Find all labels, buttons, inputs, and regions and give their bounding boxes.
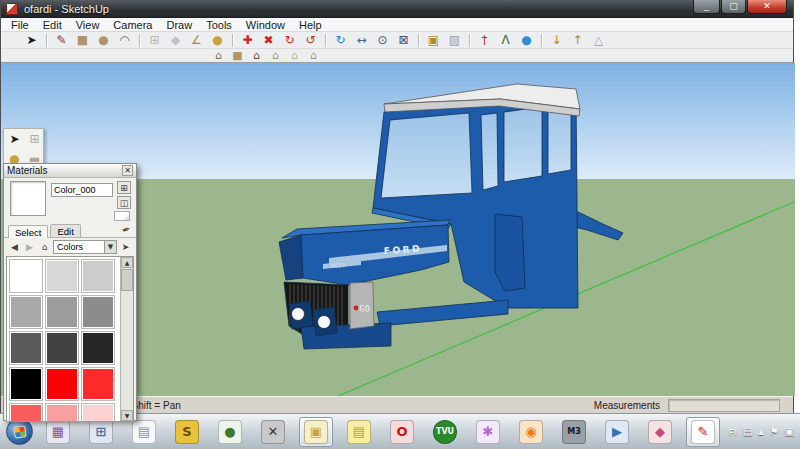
menu-tools[interactable]: Tools [199, 18, 239, 32]
taskbar-sketchup[interactable]: ✎ [686, 417, 720, 447]
taskbar-gold-app[interactable]: S [170, 417, 204, 447]
offset-tool[interactable]: ↺ [300, 33, 321, 48]
color-swatch[interactable] [81, 259, 115, 293]
forward-arrow-button[interactable]: ▶ [23, 241, 36, 254]
menu-camera[interactable]: Camera [106, 18, 159, 32]
menu-help[interactable]: Help [292, 18, 329, 32]
taskbar-blender[interactable]: ◉ [514, 417, 548, 447]
arc-tool[interactable]: ◠ [114, 33, 135, 48]
circle-tool[interactable]: ● [93, 33, 114, 48]
pan-tool[interactable]: ↔ [351, 33, 372, 48]
share-models-icon[interactable]: ↑ [567, 33, 588, 48]
color-swatch[interactable] [81, 367, 115, 401]
titlebar[interactable]: ofardi - SketchUp _ ▢ ✕ [1, 0, 793, 18]
scroll-up-button[interactable]: ▲ [121, 257, 133, 268]
taskbar-tvu-player[interactable]: TVU [428, 417, 462, 447]
materials-panel-titlebar[interactable]: Materials ✕ [4, 164, 136, 178]
swatch-scrollbar[interactable]: ▲ ▼ [120, 257, 133, 421]
taskbar-explorer[interactable]: ▣ [299, 417, 333, 447]
back-view[interactable]: ⌂ [285, 49, 304, 62]
tab-select[interactable]: Select [8, 225, 48, 238]
follow-me-tool[interactable]: ◆ [165, 33, 186, 48]
tape-measure-tool[interactable]: ∠ [186, 33, 207, 48]
left-view[interactable]: ⌂ [304, 49, 323, 62]
color-swatch[interactable] [45, 259, 79, 293]
taskbar-sticky-notes[interactable]: ▤ [342, 417, 376, 447]
top-view[interactable]: ■ [228, 49, 247, 62]
color-swatch[interactable] [9, 403, 43, 422]
taskbar-guns-app[interactable]: ✕ [256, 417, 290, 447]
in-model-button[interactable]: ⌂ [38, 241, 51, 254]
menu-file[interactable]: File [4, 18, 36, 32]
zoom-extents-tool[interactable]: ⊠ [393, 33, 414, 48]
taskbar-paint[interactable]: ✱ [471, 417, 505, 447]
rectangle-tool[interactable]: ■ [72, 33, 93, 48]
scroll-thumb[interactable] [121, 269, 133, 291]
collections-dropdown[interactable]: Colors ▼ [53, 240, 117, 254]
sample-paint-icon[interactable]: ✒ [120, 223, 132, 236]
taskbar-photo-app[interactable]: ◆ [643, 417, 677, 447]
make-component-tool[interactable]: ⊞ [25, 130, 44, 149]
color-swatch[interactable] [45, 403, 79, 422]
select-tool[interactable]: ➤ [21, 33, 42, 48]
tray-device-icon[interactable]: ▤ [743, 426, 752, 437]
material-name-input[interactable] [51, 183, 113, 197]
color-swatch[interactable] [45, 295, 79, 329]
line-tool[interactable]: ✎ [51, 33, 72, 48]
zoom-tool[interactable]: ⊙ [372, 33, 393, 48]
start-button[interactable] [6, 418, 33, 445]
get-current-view-icon[interactable]: ▣ [423, 33, 444, 48]
get-models-icon[interactable]: ↓ [546, 33, 567, 48]
measurements-box[interactable] [668, 399, 780, 412]
hidden-icons-button[interactable]: ▴ [758, 426, 763, 437]
color-swatch[interactable] [81, 403, 115, 422]
photo-textures-icon[interactable]: ▨ [444, 33, 465, 48]
taskbar-bmw-m3[interactable]: M3 [557, 417, 591, 447]
color-swatch[interactable] [9, 367, 43, 401]
back-arrow-button[interactable]: ◀ [8, 241, 21, 254]
dropdown-arrow-icon[interactable]: ▼ [104, 241, 116, 253]
menu-window[interactable]: Window [239, 18, 292, 32]
color-swatch[interactable] [45, 331, 79, 365]
minimize-button[interactable]: _ [693, 0, 720, 14]
secondary-pane-button[interactable]: ◫ [117, 196, 131, 209]
menu-view[interactable]: View [69, 18, 107, 32]
create-material-button[interactable]: ⊞ [117, 181, 131, 194]
menu-edit[interactable]: Edit [36, 18, 69, 32]
select-tool[interactable]: ➤ [5, 130, 24, 149]
network-icon[interactable]: ▣ [784, 426, 793, 437]
details-arrow-button[interactable]: ➤ [119, 241, 132, 254]
materials-close-button[interactable]: ✕ [122, 165, 133, 176]
color-swatch[interactable] [9, 259, 43, 293]
front-view[interactable]: ⌂ [247, 49, 266, 62]
push-pull-tool[interactable]: ⊞ [144, 33, 165, 48]
taskbar-tractor-game[interactable]: ● [213, 417, 247, 447]
menu-draw[interactable]: Draw [159, 18, 199, 32]
back-material-swatch[interactable] [114, 211, 130, 221]
color-swatch[interactable] [81, 295, 115, 329]
taskbar-movie-editor[interactable]: ▶ [600, 417, 634, 447]
close-button[interactable]: ✕ [747, 0, 787, 14]
scroll-down-button[interactable]: ▼ [121, 410, 133, 421]
right-view[interactable]: ⌂ [266, 49, 285, 62]
walk-tool[interactable]: Λ [495, 33, 516, 48]
language-indicator[interactable]: FI [729, 427, 737, 437]
scale-tool[interactable]: ✖ [258, 33, 279, 48]
action-center-icon[interactable]: ⚑ [769, 426, 778, 437]
color-swatch[interactable] [81, 331, 115, 365]
google-earth-icon[interactable]: ● [516, 33, 537, 48]
move-tool[interactable]: ✚ [237, 33, 258, 48]
taskbar-opera[interactable]: O [385, 417, 419, 447]
position-camera-tool[interactable]: † [474, 33, 495, 48]
tab-edit[interactable]: Edit [50, 224, 80, 237]
color-swatch[interactable] [9, 331, 43, 365]
paint-bucket-tool[interactable]: ● [207, 33, 228, 48]
maximize-button[interactable]: ▢ [721, 0, 746, 14]
color-swatch[interactable] [9, 295, 43, 329]
iso-view[interactable]: ⌂ [209, 49, 228, 62]
rotate-tool[interactable]: ↻ [279, 33, 300, 48]
orbit-tool[interactable]: ↻ [330, 33, 351, 48]
color-swatch[interactable] [45, 367, 79, 401]
material-preview-swatch[interactable] [10, 181, 46, 216]
share-component-icon[interactable]: △ [588, 33, 609, 48]
